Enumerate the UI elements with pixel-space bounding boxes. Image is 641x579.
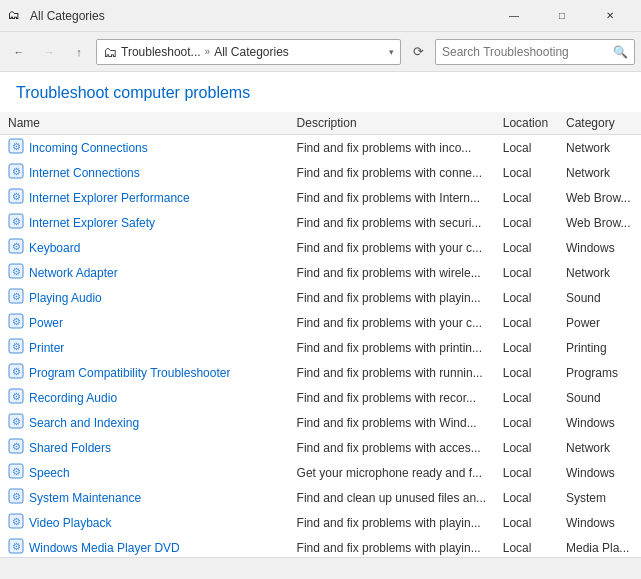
- cell-desc: Find and fix problems with playin...: [289, 285, 495, 310]
- status-bar: [0, 557, 641, 579]
- close-button[interactable]: ✕: [587, 0, 633, 32]
- refresh-button[interactable]: ⟳: [405, 39, 431, 65]
- cell-desc: Find and fix problems with conne...: [289, 160, 495, 185]
- table-row[interactable]: ⚙Search and IndexingFind and fix problem…: [0, 410, 641, 435]
- forward-button[interactable]: →: [36, 39, 62, 65]
- up-button[interactable]: ↑: [66, 39, 92, 65]
- window-title: All Categories: [30, 9, 105, 23]
- cell-name: ⚙Internet Connections: [0, 160, 289, 185]
- cell-name: ⚙Printer: [0, 335, 289, 360]
- cell-desc: Find and fix problems with printin...: [289, 335, 495, 360]
- table-row[interactable]: ⚙Internet Explorer SafetyFind and fix pr…: [0, 210, 641, 235]
- cell-desc: Find and fix problems with acces...: [289, 435, 495, 460]
- cell-category: Programs: [558, 360, 641, 385]
- table-row[interactable]: ⚙Shared FoldersFind and fix problems wit…: [0, 435, 641, 460]
- cell-name: ⚙Keyboard: [0, 235, 289, 260]
- search-box[interactable]: 🔍: [435, 39, 635, 65]
- row-icon: ⚙: [8, 388, 24, 407]
- row-name-text: System Maintenance: [29, 491, 141, 505]
- svg-text:⚙: ⚙: [12, 516, 21, 527]
- cell-name: ⚙Recording Audio: [0, 385, 289, 410]
- row-icon: ⚙: [8, 413, 24, 432]
- cell-desc: Find and fix problems with Intern...: [289, 185, 495, 210]
- table-row[interactable]: ⚙Internet ConnectionsFind and fix proble…: [0, 160, 641, 185]
- back-button[interactable]: ←: [6, 39, 32, 65]
- table-row[interactable]: ⚙Network AdapterFind and fix problems wi…: [0, 260, 641, 285]
- cell-name: ⚙Windows Media Player DVD: [0, 535, 289, 557]
- cell-location: Local: [495, 335, 558, 360]
- svg-text:⚙: ⚙: [12, 241, 21, 252]
- cell-name: ⚙Network Adapter: [0, 260, 289, 285]
- cell-category: System: [558, 485, 641, 510]
- row-icon: ⚙: [8, 288, 24, 307]
- cell-category: Network: [558, 435, 641, 460]
- cell-category: Windows: [558, 235, 641, 260]
- row-icon: ⚙: [8, 338, 24, 357]
- cell-desc: Find and fix problems with runnin...: [289, 360, 495, 385]
- cell-location: Local: [495, 485, 558, 510]
- address-bar: ← → ↑ 🗂 Troubleshoot... » All Categories…: [0, 32, 641, 72]
- cell-location: Local: [495, 460, 558, 485]
- cell-desc: Find and fix problems with your c...: [289, 310, 495, 335]
- row-name-text: Shared Folders: [29, 441, 111, 455]
- cell-desc: Find and clean up unused files an...: [289, 485, 495, 510]
- table-row[interactable]: ⚙Recording AudioFind and fix problems wi…: [0, 385, 641, 410]
- address-box[interactable]: 🗂 Troubleshoot... » All Categories ▾: [96, 39, 401, 65]
- cell-name: ⚙Search and Indexing: [0, 410, 289, 435]
- col-header-location[interactable]: Location: [495, 112, 558, 135]
- breadcrumb-dropdown[interactable]: ▾: [389, 47, 394, 57]
- row-icon: ⚙: [8, 363, 24, 382]
- table-row[interactable]: ⚙Windows Media Player DVDFind and fix pr…: [0, 535, 641, 557]
- minimize-button[interactable]: —: [491, 0, 537, 32]
- cell-desc: Find and fix problems with recor...: [289, 385, 495, 410]
- col-header-name[interactable]: Name: [0, 112, 289, 135]
- cell-name: ⚙Playing Audio: [0, 285, 289, 310]
- table-row[interactable]: ⚙Incoming ConnectionsFind and fix proble…: [0, 135, 641, 161]
- table-row[interactable]: ⚙Playing AudioFind and fix problems with…: [0, 285, 641, 310]
- svg-text:⚙: ⚙: [12, 166, 21, 177]
- svg-text:⚙: ⚙: [12, 216, 21, 227]
- svg-text:⚙: ⚙: [12, 341, 21, 352]
- table-row[interactable]: ⚙System MaintenanceFind and clean up unu…: [0, 485, 641, 510]
- col-header-category[interactable]: Category: [558, 112, 641, 135]
- table-body: ⚙Incoming ConnectionsFind and fix proble…: [0, 135, 641, 558]
- row-name-text: Printer: [29, 341, 64, 355]
- cell-desc: Find and fix problems with securi...: [289, 210, 495, 235]
- cell-desc: Find and fix problems with wirele...: [289, 260, 495, 285]
- page-title: Troubleshoot computer problems: [0, 72, 641, 112]
- table-row[interactable]: ⚙SpeechGet your microphone ready and f..…: [0, 460, 641, 485]
- row-name-text: Playing Audio: [29, 291, 102, 305]
- cell-name: ⚙System Maintenance: [0, 485, 289, 510]
- table-row[interactable]: ⚙Internet Explorer PerformanceFind and f…: [0, 185, 641, 210]
- col-header-desc[interactable]: Description: [289, 112, 495, 135]
- cell-location: Local: [495, 310, 558, 335]
- table-row[interactable]: ⚙Program Compatibility TroubleshooterFin…: [0, 360, 641, 385]
- cell-desc: Get your microphone ready and f...: [289, 460, 495, 485]
- title-bar-controls: — □ ✕: [491, 0, 633, 32]
- cell-category: Windows: [558, 460, 641, 485]
- table-row[interactable]: ⚙KeyboardFind and fix problems with your…: [0, 235, 641, 260]
- cell-location: Local: [495, 360, 558, 385]
- row-icon: ⚙: [8, 213, 24, 232]
- search-input[interactable]: [442, 45, 609, 59]
- window-icon: 🗂: [8, 8, 24, 24]
- breadcrumb-part2: All Categories: [214, 45, 289, 59]
- maximize-button[interactable]: □: [539, 0, 585, 32]
- table-row[interactable]: ⚙Video PlaybackFind and fix problems wit…: [0, 510, 641, 535]
- row-icon: ⚙: [8, 538, 24, 557]
- cell-location: Local: [495, 410, 558, 435]
- svg-text:⚙: ⚙: [12, 266, 21, 277]
- row-icon: ⚙: [8, 138, 24, 157]
- row-icon: ⚙: [8, 463, 24, 482]
- cell-desc: Find and fix problems with playin...: [289, 535, 495, 557]
- row-icon: ⚙: [8, 188, 24, 207]
- table-row[interactable]: ⚙PrinterFind and fix problems with print…: [0, 335, 641, 360]
- table-row[interactable]: ⚙PowerFind and fix problems with your c.…: [0, 310, 641, 335]
- cell-location: Local: [495, 285, 558, 310]
- cell-location: Local: [495, 535, 558, 557]
- svg-text:⚙: ⚙: [12, 291, 21, 302]
- cell-category: Web Brow...: [558, 185, 641, 210]
- cell-name: ⚙Video Playback: [0, 510, 289, 535]
- row-name-text: Program Compatibility Troubleshooter: [29, 366, 230, 380]
- cell-location: Local: [495, 260, 558, 285]
